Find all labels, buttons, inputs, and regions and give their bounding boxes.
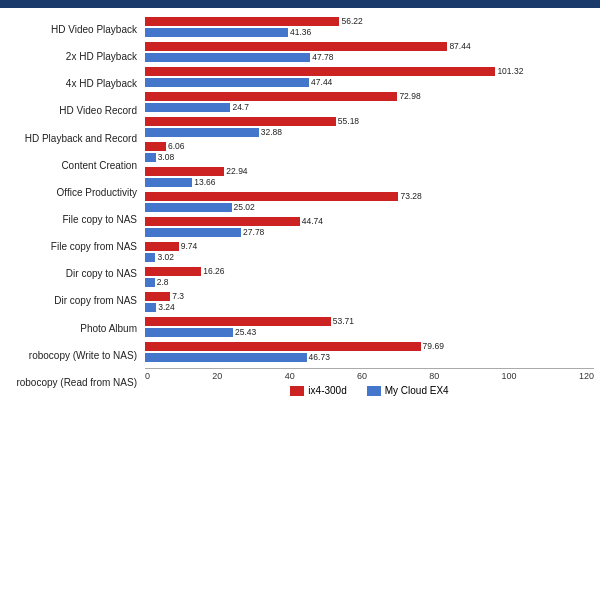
- bar-group: 55.1832.88: [145, 116, 594, 138]
- legend-color-box: [290, 386, 304, 396]
- bar-value-blue: 47.44: [311, 77, 332, 87]
- bar-row-blue: 24.7: [145, 102, 594, 112]
- bar-value-blue: 27.78: [243, 227, 264, 237]
- bar-value-red: 55.18: [338, 116, 359, 126]
- y-label: File copy from NAS: [0, 236, 141, 258]
- bar-value-blue: 3.02: [157, 252, 174, 262]
- bar-row-blue: 27.78: [145, 227, 594, 237]
- bar-row-blue: 3.02: [145, 252, 594, 262]
- bar-red: [145, 267, 201, 276]
- y-label: 2x HD Playback: [0, 46, 141, 68]
- bar-blue: [145, 278, 155, 287]
- x-tick: 120: [579, 371, 594, 381]
- y-label: Dir copy to NAS: [0, 263, 141, 285]
- bar-value-blue: 3.24: [158, 302, 175, 312]
- bar-group: 44.7427.78: [145, 216, 594, 238]
- legend-color-box: [367, 386, 381, 396]
- chart-container: HD Video Playback2x HD Playback4x HD Pla…: [0, 12, 600, 396]
- bar-value-blue: 46.73: [309, 352, 330, 362]
- y-label: Office Productivity: [0, 181, 141, 203]
- bar-group: 53.7125.43: [145, 316, 594, 338]
- bar-red: [145, 67, 495, 76]
- bar-row-red: 6.06: [145, 141, 594, 151]
- bars-section: 56.2241.3687.4447.78101.3247.4472.9824.7…: [145, 16, 594, 366]
- bar-row-blue: 3.24: [145, 302, 594, 312]
- bar-red: [145, 342, 421, 351]
- bar-row-red: 9.74: [145, 241, 594, 251]
- bar-row-red: 87.44: [145, 41, 594, 51]
- bar-value-red: 9.74: [181, 241, 198, 251]
- bar-value-red: 22.94: [226, 166, 247, 176]
- bar-red: [145, 17, 339, 26]
- bar-value-blue: 41.36: [290, 27, 311, 37]
- bar-blue: [145, 328, 233, 337]
- legend-item: ix4-300d: [290, 385, 346, 396]
- y-label: robocopy (Read from NAS): [0, 371, 141, 393]
- bar-row-red: 22.94: [145, 166, 594, 176]
- legend-label: My Cloud EX4: [385, 385, 449, 396]
- bar-value-blue: 24.7: [232, 102, 249, 112]
- bar-blue: [145, 128, 259, 137]
- y-label: HD Video Record: [0, 100, 141, 122]
- bar-row-blue: 2.8: [145, 277, 594, 287]
- bar-row-blue: 32.88: [145, 127, 594, 137]
- bar-red: [145, 167, 224, 176]
- x-tick: 20: [212, 371, 222, 381]
- y-label: robocopy (Write to NAS): [0, 344, 141, 366]
- bar-blue: [145, 228, 241, 237]
- bar-group: 79.6946.73: [145, 341, 594, 363]
- y-label: File copy to NAS: [0, 209, 141, 231]
- y-label: 4x HD Playback: [0, 73, 141, 95]
- bar-value-red: 44.74: [302, 216, 323, 226]
- bar-row-red: 53.71: [145, 316, 594, 326]
- bar-value-red: 53.71: [333, 316, 354, 326]
- x-tick: 100: [502, 371, 517, 381]
- bar-value-blue: 25.43: [235, 327, 256, 337]
- bar-value-red: 72.98: [399, 91, 420, 101]
- bar-red: [145, 142, 166, 151]
- bar-blue: [145, 203, 232, 212]
- bar-red: [145, 317, 331, 326]
- bar-row-blue: 25.43: [145, 327, 594, 337]
- bar-blue: [145, 28, 288, 37]
- bar-blue: [145, 353, 307, 362]
- bar-row-blue: 3.08: [145, 152, 594, 162]
- bar-group: 9.743.02: [145, 241, 594, 263]
- y-label: Photo Album: [0, 317, 141, 339]
- bar-red: [145, 242, 179, 251]
- bar-value-red: 16.26: [203, 266, 224, 276]
- bar-red: [145, 292, 170, 301]
- bar-blue: [145, 153, 156, 162]
- bar-group: 22.9413.66: [145, 166, 594, 188]
- x-axis: 020406080100120: [145, 368, 594, 381]
- bar-blue: [145, 78, 309, 87]
- bar-row-red: 56.22: [145, 16, 594, 26]
- y-label: Dir copy from NAS: [0, 290, 141, 312]
- bar-value-red: 56.22: [341, 16, 362, 26]
- bar-row-red: 55.18: [145, 116, 594, 126]
- bar-row-red: 7.3: [145, 291, 594, 301]
- bar-row-red: 44.74: [145, 216, 594, 226]
- bar-value-blue: 25.02: [234, 202, 255, 212]
- bar-row-blue: 25.02: [145, 202, 594, 212]
- header-bar: [0, 0, 600, 8]
- bar-blue: [145, 103, 230, 112]
- bar-red: [145, 217, 300, 226]
- bar-red: [145, 92, 397, 101]
- bar-value-red: 101.32: [497, 66, 523, 76]
- bar-red: [145, 42, 447, 51]
- x-tick: 80: [429, 371, 439, 381]
- y-label: HD Playback and Record: [0, 127, 141, 149]
- bar-row-red: 16.26: [145, 266, 594, 276]
- bar-group: 6.063.08: [145, 141, 594, 163]
- bar-group: 101.3247.44: [145, 66, 594, 88]
- bar-blue: [145, 253, 155, 262]
- bar-group: 7.33.24: [145, 291, 594, 313]
- bar-blue: [145, 178, 192, 187]
- bar-value-blue: 32.88: [261, 127, 282, 137]
- bar-row-blue: 41.36: [145, 27, 594, 37]
- bar-value-blue: 3.08: [158, 152, 175, 162]
- x-tick: 0: [145, 371, 150, 381]
- bar-row-blue: 46.73: [145, 352, 594, 362]
- bar-group: 87.4447.78: [145, 41, 594, 63]
